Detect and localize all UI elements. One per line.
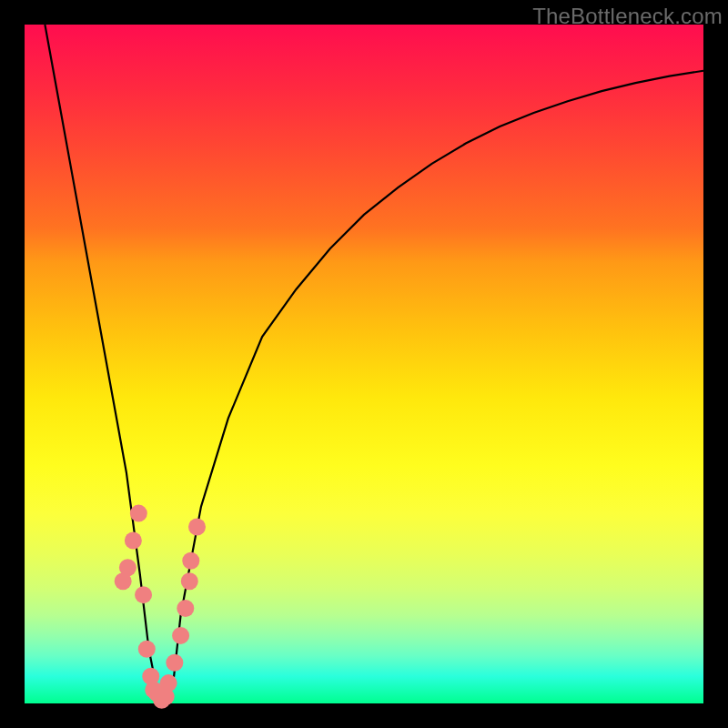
data-point bbox=[135, 586, 152, 603]
data-point bbox=[138, 641, 156, 658]
data-point bbox=[182, 552, 199, 570]
chart-svg bbox=[25, 25, 703, 703]
data-markers bbox=[115, 505, 206, 709]
data-point bbox=[181, 572, 198, 590]
data-point bbox=[157, 688, 175, 705]
plot-area bbox=[25, 25, 703, 703]
data-point bbox=[177, 600, 194, 617]
watermark-text: TheBottleneck.com bbox=[532, 4, 723, 29]
data-point bbox=[125, 531, 142, 549]
data-point bbox=[166, 654, 183, 672]
chart-frame: TheBottleneck.com bbox=[0, 0, 728, 728]
data-point bbox=[130, 505, 147, 522]
data-point bbox=[119, 559, 136, 576]
data-point bbox=[172, 627, 189, 644]
data-point bbox=[188, 519, 206, 536]
